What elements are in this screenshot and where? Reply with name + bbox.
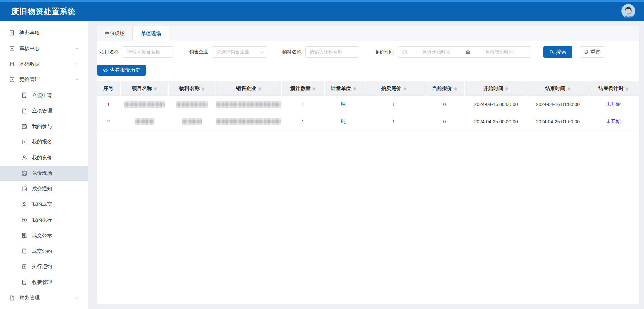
chevron-down-icon [75, 62, 79, 66]
search-icon [549, 50, 554, 54]
sidebar-item-project-manage[interactable]: 立项管理 [0, 103, 88, 119]
column-header-qty[interactable]: 预计数量 [281, 81, 324, 96]
column-header-seller[interactable]: 销售企业 [216, 81, 281, 96]
seller-select-placeholder: 请选择销售企业 [216, 49, 260, 55]
column-header-floor_price[interactable]: 拍卖底价 [363, 81, 425, 96]
sidebar-item-finance-management[interactable]: 财务管理 [0, 290, 88, 306]
audit-center-icon [9, 46, 15, 52]
person-check-icon [21, 201, 28, 207]
table-row: 2...1吨102024-04-25 00:00:002024-04-25 01… [97, 113, 639, 130]
sidebar-item-execution-breach[interactable]: 执行违约 [0, 259, 88, 275]
sidebar-item-fee-management[interactable]: 收费管理 [0, 274, 88, 290]
sidebar-item-contract-management[interactable]: 合同管理 [0, 306, 88, 309]
cell-unit: 吨 [324, 113, 363, 130]
current-bid-link[interactable]: 0 [443, 119, 446, 124]
cell-current_bid: 0 [425, 96, 464, 113]
doc-plus-icon [21, 139, 28, 145]
column-label: 物料名称 [179, 85, 200, 91]
sort-caret-icon[interactable] [353, 87, 356, 91]
edit-square-icon [21, 123, 28, 129]
cell-floor_price: 1 [363, 113, 425, 130]
current-bid-link[interactable]: 0 [443, 102, 446, 107]
sidebar-item-label: 我的参与 [32, 123, 52, 130]
layers-icon [9, 61, 15, 67]
sort-caret-icon[interactable] [154, 87, 157, 91]
tab-bar: 整包现场 单项现场 [97, 26, 639, 41]
tab-whole-package[interactable]: 整包现场 [97, 26, 133, 41]
sidebar-item-label: 我的竞价 [32, 154, 52, 161]
seller-label: 销售企业 [189, 49, 208, 55]
column-label: 序号 [103, 85, 113, 91]
cell-material_name [168, 113, 216, 130]
countdown-status-link[interactable]: 未开始 [606, 101, 621, 107]
column-header-material_name[interactable]: 物料名称 [168, 81, 216, 96]
sidebar-item-label: 成交公示 [32, 232, 52, 239]
sort-caret-icon[interactable] [454, 87, 457, 91]
view-bid-history-button[interactable]: 查看报价历史 [97, 65, 146, 76]
sidebar-item-deal-publicity[interactable]: 成交公示 [0, 228, 88, 244]
column-header-start_time[interactable]: 开始时间 [464, 81, 528, 96]
table-row: 1..1吨102024-04-16 00:00:002024-04-16 01:… [97, 96, 639, 113]
sidebar-item-base-data[interactable]: 基础数据 [0, 56, 88, 72]
sidebar-item-label: 我的执行 [32, 217, 52, 223]
column-label: 项目名称 [132, 85, 152, 91]
refresh-icon [584, 50, 588, 54]
sort-caret-icon[interactable] [403, 87, 407, 91]
sidebar-item-deal-breach[interactable]: 成交违约 [0, 243, 88, 259]
sidebar-item-deal-notice[interactable]: 成交通知 [0, 181, 88, 197]
seller-select[interactable]: 请选择销售企业 [212, 46, 266, 58]
search-button[interactable]: 搜索 [543, 46, 572, 58]
sort-caret-icon[interactable] [312, 87, 316, 91]
sort-caret-icon[interactable] [505, 87, 508, 91]
doc-check-icon [21, 233, 28, 239]
sort-caret-icon[interactable] [258, 87, 261, 91]
chevron-down-icon [75, 46, 79, 51]
sort-caret-icon[interactable] [201, 87, 205, 91]
person-card-icon [21, 170, 28, 176]
tab-single-item[interactable]: 单项现场 [133, 26, 169, 41]
app-title: 废旧物资处置系统 [11, 5, 76, 17]
sidebar-item-project-apply[interactable]: 立项申请 [0, 87, 88, 103]
bid-time-label: 竞价时间 [375, 49, 394, 55]
reset-button[interactable]: 重置 [580, 46, 604, 58]
sidebar-item-label: 基础数据 [19, 61, 40, 67]
sidebar-item-my-signup[interactable]: 我的报名 [0, 134, 88, 150]
sidebar-item-my-execution[interactable]: 我的执行 [0, 212, 88, 228]
column-header-end_time[interactable]: 结束时间 [528, 81, 588, 96]
bid-time-range-picker[interactable]: 竞价开始时间 至 竞价结束时间 [398, 46, 531, 58]
sidebar-item-label: 竞价管理 [19, 76, 40, 83]
material-name-input[interactable] [305, 46, 359, 58]
sidebar-item-label: 成交通知 [32, 186, 52, 192]
column-header-project_name[interactable]: 项目名称 [120, 81, 168, 96]
doc-pen-icon [21, 92, 28, 98]
sidebar-item-my-deal[interactable]: 我的成交 [0, 197, 88, 212]
cell-unit: 吨 [324, 96, 363, 113]
column-header-current_bid[interactable]: 当前报价 [425, 81, 464, 96]
user-avatar[interactable] [621, 4, 635, 18]
sort-caret-icon[interactable] [567, 87, 571, 91]
column-label: 开始时间 [483, 85, 503, 91]
chevron-down-icon [260, 49, 264, 54]
sidebar: 待办事项审核中心基础数据竞价管理立项申请立项管理我的参与我的报名我的竞价竞价现场… [0, 21, 88, 309]
sidebar-item-bid-scene[interactable]: 竞价现场 [0, 166, 88, 181]
cell-current_bid: 0 [425, 113, 464, 130]
sidebar-item-my-participation[interactable]: 我的参与 [0, 119, 88, 134]
sort-caret-icon[interactable] [625, 87, 629, 91]
project-name-input[interactable] [123, 46, 173, 58]
sidebar-item-audit-center[interactable]: 审核中心 [0, 41, 88, 57]
range-separator: 至 [464, 49, 472, 55]
sidebar-item-my-bid[interactable]: 我的竞价 [0, 150, 88, 166]
auction-table: 序号项目名称物料名称销售企业预计数量计量单位拍卖底价当前报价开始时间结束时间结束… [97, 81, 639, 130]
countdown-status-link[interactable]: 未开始 [606, 119, 621, 124]
material-name-label: 物料名称 [282, 49, 301, 55]
sidebar-item-label: 财务管理 [19, 295, 40, 301]
column-header-countdown[interactable]: 结束倒计时 [588, 81, 639, 96]
sidebar-item-label: 竞价现场 [32, 170, 52, 176]
cell-start_time: 2024-04-16 00:00:00 [464, 96, 528, 113]
redacted-mosaic [182, 118, 202, 125]
column-header-unit[interactable]: 计量单位 [324, 81, 363, 96]
column-label: 当前报价 [432, 85, 452, 91]
sidebar-item-todo[interactable]: 待办事项 [0, 25, 88, 41]
sidebar-item-bid-management[interactable]: 竞价管理 [0, 72, 88, 88]
cell-material_name [168, 96, 216, 113]
